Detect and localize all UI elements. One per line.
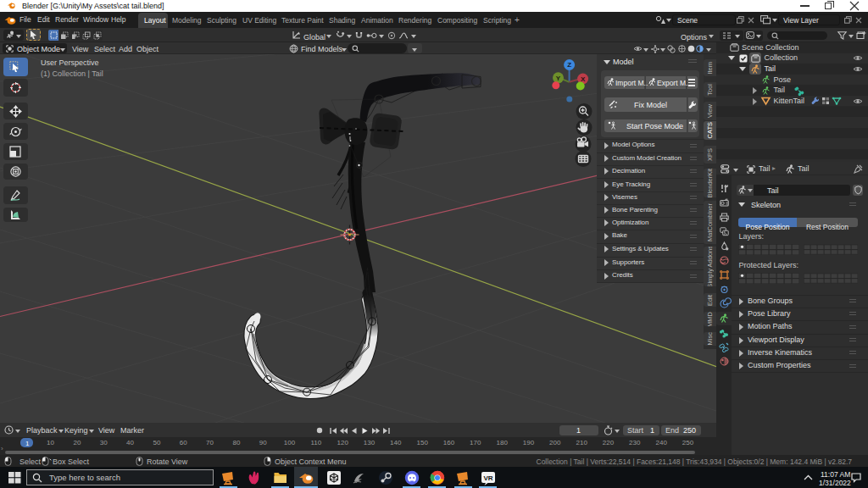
svg-text:X: X xyxy=(581,75,586,83)
svg-text:Z: Z xyxy=(567,61,571,69)
svg-text:VR: VR xyxy=(483,474,492,481)
svg-text:Y: Y xyxy=(556,75,561,82)
